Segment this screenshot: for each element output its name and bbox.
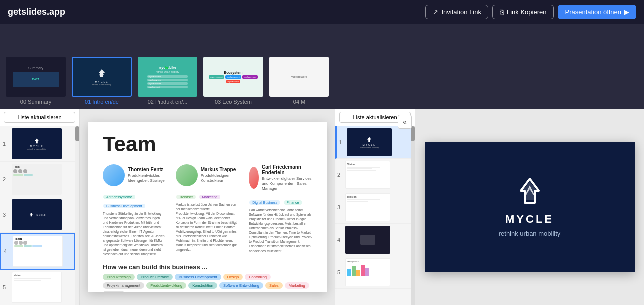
left-slide-mini-3: MYCLE xyxy=(12,199,62,230)
chip-lifecycle: Product Lifecycle xyxy=(137,274,173,280)
chip-speaker: Speaker xyxy=(103,291,125,292)
invitation-link-button[interactable]: ↗ Invitation Link xyxy=(425,5,488,19)
copy-icon: ⎘ xyxy=(500,8,504,16)
mycle-tagline: rethink urban mobility xyxy=(499,230,561,237)
link-kopieren-button[interactable]: ⎘ Link Kopieren xyxy=(492,5,554,19)
strip-thumb-3: Ecosystem mycl●connect mycl●payment mycl… xyxy=(203,57,263,97)
right-slide-mini-3: Mission xyxy=(345,193,390,221)
member-1: Thorsten Fentz Produktentwickler,Ideenge… xyxy=(103,164,166,257)
right-slide-item-4[interactable]: 4 xyxy=(335,224,411,256)
left-slide-item-3[interactable]: 3 MYCLE xyxy=(0,197,75,233)
member-tag-2-2: Marketing xyxy=(199,195,221,199)
member-tag-2-1: Trendset xyxy=(176,195,196,199)
strip-thumb-4: Wettbewerb xyxy=(269,57,329,97)
right-slide-mini-5: Marktgröße 2 xyxy=(345,258,390,286)
collapse-button[interactable]: « xyxy=(398,115,412,129)
member-2: Markus Trappe Produktdesigner,Konstrukte… xyxy=(176,164,239,257)
mycle-brand: MYCLE xyxy=(505,213,554,226)
left-panel: Liste aktualisieren 1 MYCLE rethink urba… xyxy=(0,109,80,305)
left-slide-list: 1 MYCLE rethink urban mobility 2 xyxy=(0,126,75,305)
member-avatar-3 xyxy=(249,167,259,189)
member-tag-3-1: Digital Business xyxy=(249,200,280,205)
right-slide-mini-4 xyxy=(345,226,390,254)
member-name-3: Carl Friedemann Enderlein xyxy=(262,164,312,175)
strip-item-1[interactable]: MYCLE rethink urban mobility 01 Intro en… xyxy=(72,57,132,105)
chip-pm: Projektmanagement xyxy=(103,282,144,289)
left-slide-mini-4: Team xyxy=(13,236,63,267)
main-area: Liste aktualisieren 1 MYCLE rethink urba… xyxy=(0,109,644,305)
right-slide-item-2[interactable]: 2 Vision xyxy=(335,159,411,191)
strip-thumb-0: Summary DATA xyxy=(6,57,66,97)
member-desc-2: Markus ist selbst über Jahren Sachen von… xyxy=(176,202,239,252)
member-desc-1: Thorstens Stärke liegt in der Entwicklun… xyxy=(103,211,166,257)
strip-item-0[interactable]: Summary DATA 00 Summary xyxy=(6,57,66,105)
left-slide-mini-2: Team xyxy=(12,164,62,195)
chip-pe: Produktentwicklung xyxy=(146,282,186,289)
chip-marketing: Marketing xyxy=(285,282,309,289)
strip-item-2[interactable]: mycle.bike rethink urban mobility mycl●c… xyxy=(138,57,197,105)
member-desc-3: Carl wurde verschiedene Jahre selbst Sof… xyxy=(249,208,312,253)
chip-sales: Sales xyxy=(265,282,283,289)
skill-chips: Produktdesign Product Lifecycle Business… xyxy=(103,274,312,292)
member-name-1: Thorsten Fentz xyxy=(128,167,165,172)
strip-thumb-2: mycle.bike rethink urban mobility mycl●c… xyxy=(138,57,197,97)
mini-mycle-logo-3 xyxy=(28,212,35,217)
member-tag-1-1: Antriebssysteme xyxy=(103,195,135,199)
right-slide-mini-1: MYCLE rethink urban mobility xyxy=(347,128,392,156)
member-role-2: Produktdesigner,Konstrukteur xyxy=(201,173,236,184)
left-slide-item-2[interactable]: 2 Team xyxy=(0,162,75,197)
right-scroll[interactable] xyxy=(411,126,415,305)
member-role-3: Entwickler digitaler Services und Kompon… xyxy=(262,176,312,192)
chip-bizdev: Business Development xyxy=(175,274,221,280)
chip-controlling: Controlling xyxy=(245,274,271,280)
member-avatar-1 xyxy=(103,164,125,186)
member-avatar-2 xyxy=(176,164,198,186)
mycle-logo-large xyxy=(510,177,550,207)
member-tag-1-2: Business Development xyxy=(103,204,145,208)
play-icon: ▶ xyxy=(624,8,629,16)
strip-item-3[interactable]: Ecosystem mycl●connect mycl●payment mycl… xyxy=(203,57,263,105)
large-preview-panel: « MYCLE rethink urban mobility xyxy=(415,109,644,305)
team-members: Thorsten Fentz Produktentwickler,Ideenge… xyxy=(103,164,312,257)
left-scroll-indicator xyxy=(75,126,79,141)
right-slide-item-3[interactable]: 3 Mission xyxy=(335,191,411,224)
left-scroll[interactable] xyxy=(75,126,79,305)
chip-produktdesign: Produktdesign xyxy=(103,274,135,280)
slide-strip: Summary DATA 00 Summary MYCLE rethink ur… xyxy=(0,24,644,109)
chip-design: Design xyxy=(223,274,243,280)
right-slide-item-5[interactable]: 5 Marktgröße 2 xyxy=(335,256,411,289)
member-role-1: Produktentwickler,Ideengeber, Stratege xyxy=(128,173,165,184)
large-preview: MYCLE rethink urban mobility xyxy=(425,142,635,272)
mycle-logo-strip xyxy=(94,68,109,79)
header: getslides.app ↗ Invitation Link ⎘ Link K… xyxy=(0,0,644,24)
left-slide-item-1[interactable]: 1 MYCLE rethink urban mobility xyxy=(0,126,75,162)
team-title: Team xyxy=(103,132,312,156)
left-slide-item-4[interactable]: 4 Team xyxy=(0,233,75,270)
member-tag-3-2: Finance xyxy=(284,200,302,205)
left-slide-mini-1: MYCLE rethink urban mobility xyxy=(12,128,62,159)
strip-label-0: 00 Summary xyxy=(20,99,51,105)
member-3: Carl Friedemann Enderlein Entwickler dig… xyxy=(249,164,312,257)
chip-konstruktion: Konstruktion xyxy=(188,282,217,289)
center-panel: Team Thorsten Fentz Produktentwickler,Id… xyxy=(80,109,335,305)
header-actions: ↗ Invitation Link ⎘ Link Kopieren Präsen… xyxy=(425,5,636,19)
right-slide-list: 1 MYCLE rethink urban mobility 2 xyxy=(335,126,411,305)
strip-thumb-1: MYCLE rethink urban mobility xyxy=(72,57,132,97)
share-icon: ↗ xyxy=(433,8,438,16)
left-panel-header: Liste aktualisieren xyxy=(0,109,79,126)
slide-preview: Team Thorsten Fentz Produktentwickler,Id… xyxy=(88,122,327,292)
strip-label-1: 01 Intro en/de xyxy=(85,99,119,105)
prasentation-offnen-button[interactable]: Präsentation öffnen ▶ xyxy=(558,5,636,19)
left-slide-mini-5: Vision xyxy=(12,272,62,303)
strip-label-3: 03 Eco System xyxy=(215,99,252,105)
collapse-button-wrapper: « xyxy=(395,112,415,132)
left-update-button[interactable]: Liste aktualisieren xyxy=(4,112,75,123)
app-logo: getslides.app xyxy=(8,7,65,17)
strip-label-2: 02 Produkt en/... xyxy=(148,99,188,105)
member-name-2: Markus Trappe xyxy=(201,167,236,172)
strip-label-4: 04 M xyxy=(293,99,305,105)
mini-mycle-logo-1 xyxy=(32,138,41,145)
strip-item-4[interactable]: Wettbewerb 04 M xyxy=(269,57,329,105)
preview-inner: Team Thorsten Fentz Produktentwickler,Id… xyxy=(88,122,327,292)
left-slide-item-5[interactable]: 5 Vision xyxy=(0,270,75,305)
